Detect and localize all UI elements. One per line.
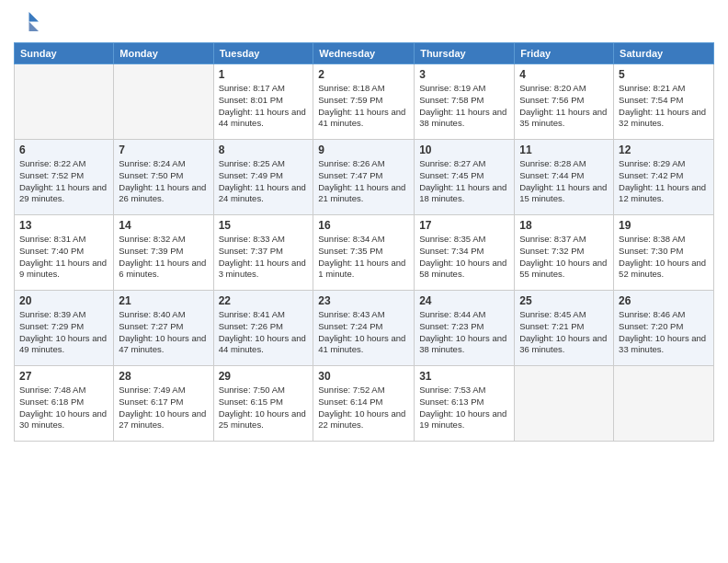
day-info: Sunrise: 8:38 AMSunset: 7:30 PMDaylight:… xyxy=(619,234,709,281)
svg-marker-1 xyxy=(29,22,40,32)
weekday-header-sunday: Sunday xyxy=(15,43,114,64)
day-info: Sunrise: 7:52 AMSunset: 6:14 PMDaylight:… xyxy=(318,385,409,431)
day-info: Sunrise: 7:48 AMSunset: 6:18 PMDaylight:… xyxy=(19,385,108,431)
calendar-week-3: 13Sunrise: 8:31 AMSunset: 7:40 PMDayligh… xyxy=(15,215,714,291)
day-number: 4 xyxy=(519,68,609,81)
day-number: 21 xyxy=(119,294,208,307)
header xyxy=(14,9,714,37)
day-info: Sunrise: 8:19 AMSunset: 7:58 PMDaylight:… xyxy=(419,83,509,130)
day-number: 25 xyxy=(519,294,609,307)
day-number: 28 xyxy=(119,370,208,383)
svg-marker-0 xyxy=(29,12,40,22)
calendar-week-4: 20Sunrise: 8:39 AMSunset: 7:29 PMDayligh… xyxy=(15,291,714,366)
day-number: 17 xyxy=(419,219,509,232)
day-number: 22 xyxy=(219,294,309,307)
calendar-table: SundayMondayTuesdayWednesdayThursdayFrid… xyxy=(14,42,714,442)
day-info: Sunrise: 8:39 AMSunset: 7:29 PMDaylight:… xyxy=(19,309,108,356)
calendar-cell: 2Sunrise: 8:18 AMSunset: 7:59 PMDaylight… xyxy=(313,64,415,140)
day-info: Sunrise: 8:20 AMSunset: 7:56 PMDaylight:… xyxy=(519,83,609,130)
day-number: 6 xyxy=(19,144,108,156)
day-info: Sunrise: 8:28 AMSunset: 7:44 PMDaylight:… xyxy=(519,158,609,205)
calendar-cell: 23Sunrise: 8:43 AMSunset: 7:24 PMDayligh… xyxy=(313,291,415,366)
day-number: 9 xyxy=(318,144,409,156)
day-info: Sunrise: 8:33 AMSunset: 7:37 PMDaylight:… xyxy=(219,234,309,281)
weekday-header-monday: Monday xyxy=(114,43,213,64)
calendar-cell: 4Sunrise: 8:20 AMSunset: 7:56 PMDaylight… xyxy=(515,64,614,140)
weekday-header-row: SundayMondayTuesdayWednesdayThursdayFrid… xyxy=(15,43,714,64)
day-info: Sunrise: 8:40 AMSunset: 7:27 PMDaylight:… xyxy=(119,309,208,356)
calendar-cell: 25Sunrise: 8:45 AMSunset: 7:21 PMDayligh… xyxy=(515,291,614,366)
day-info: Sunrise: 8:41 AMSunset: 7:26 PMDaylight:… xyxy=(219,309,309,356)
day-number: 19 xyxy=(619,219,709,232)
calendar-cell: 19Sunrise: 8:38 AMSunset: 7:30 PMDayligh… xyxy=(614,215,714,291)
day-number: 20 xyxy=(19,294,108,307)
day-number: 26 xyxy=(619,294,709,307)
day-number: 31 xyxy=(419,370,509,383)
day-info: Sunrise: 7:50 AMSunset: 6:15 PMDaylight:… xyxy=(219,385,309,431)
calendar-cell: 12Sunrise: 8:29 AMSunset: 7:42 PMDayligh… xyxy=(614,140,714,215)
calendar-cell: 8Sunrise: 8:25 AMSunset: 7:49 PMDaylight… xyxy=(213,140,313,215)
day-info: Sunrise: 8:31 AMSunset: 7:40 PMDaylight:… xyxy=(19,234,108,281)
calendar-cell: 11Sunrise: 8:28 AMSunset: 7:44 PMDayligh… xyxy=(515,140,614,215)
day-number: 24 xyxy=(419,294,509,307)
calendar-cell: 3Sunrise: 8:19 AMSunset: 7:58 PMDaylight… xyxy=(415,64,515,140)
calendar-cell: 9Sunrise: 8:26 AMSunset: 7:47 PMDaylight… xyxy=(313,140,415,215)
day-number: 7 xyxy=(119,144,208,156)
calendar-cell: 30Sunrise: 7:52 AMSunset: 6:14 PMDayligh… xyxy=(313,366,415,442)
day-info: Sunrise: 8:29 AMSunset: 7:42 PMDaylight:… xyxy=(619,158,709,205)
weekday-header-wednesday: Wednesday xyxy=(313,43,415,64)
calendar-cell: 14Sunrise: 8:32 AMSunset: 7:39 PMDayligh… xyxy=(114,215,213,291)
calendar-cell: 27Sunrise: 7:48 AMSunset: 6:18 PMDayligh… xyxy=(15,366,114,442)
day-number: 18 xyxy=(519,219,609,232)
weekday-header-tuesday: Tuesday xyxy=(213,43,313,64)
page: SundayMondayTuesdayWednesdayThursdayFrid… xyxy=(0,0,728,563)
day-number: 23 xyxy=(318,294,409,307)
calendar-cell: 31Sunrise: 7:53 AMSunset: 6:13 PMDayligh… xyxy=(415,366,515,442)
calendar-cell xyxy=(614,366,714,442)
day-number: 11 xyxy=(519,144,609,156)
calendar-cell: 15Sunrise: 8:33 AMSunset: 7:37 PMDayligh… xyxy=(213,215,313,291)
day-info: Sunrise: 7:53 AMSunset: 6:13 PMDaylight:… xyxy=(419,385,509,431)
calendar-cell xyxy=(515,366,614,442)
day-number: 16 xyxy=(318,219,409,232)
logo xyxy=(14,9,45,37)
day-number: 27 xyxy=(19,370,108,383)
day-number: 12 xyxy=(619,144,709,156)
day-number: 2 xyxy=(318,68,409,81)
day-info: Sunrise: 8:27 AMSunset: 7:45 PMDaylight:… xyxy=(419,158,509,205)
day-number: 30 xyxy=(318,370,409,383)
day-number: 1 xyxy=(219,68,309,81)
day-number: 10 xyxy=(419,144,509,156)
day-info: Sunrise: 8:22 AMSunset: 7:52 PMDaylight:… xyxy=(19,158,108,205)
calendar-cell: 24Sunrise: 8:44 AMSunset: 7:23 PMDayligh… xyxy=(415,291,515,366)
day-number: 5 xyxy=(619,68,709,81)
day-info: Sunrise: 8:45 AMSunset: 7:21 PMDaylight:… xyxy=(519,309,609,356)
calendar-cell: 20Sunrise: 8:39 AMSunset: 7:29 PMDayligh… xyxy=(15,291,114,366)
day-info: Sunrise: 8:26 AMSunset: 7:47 PMDaylight:… xyxy=(318,158,409,205)
day-info: Sunrise: 8:37 AMSunset: 7:32 PMDaylight:… xyxy=(519,234,609,281)
calendar-cell: 10Sunrise: 8:27 AMSunset: 7:45 PMDayligh… xyxy=(415,140,515,215)
day-number: 29 xyxy=(219,370,309,383)
calendar-week-1: 1Sunrise: 8:17 AMSunset: 8:01 PMDaylight… xyxy=(15,64,714,140)
day-info: Sunrise: 8:46 AMSunset: 7:20 PMDaylight:… xyxy=(619,309,709,356)
weekday-header-saturday: Saturday xyxy=(614,43,714,64)
calendar-week-2: 6Sunrise: 8:22 AMSunset: 7:52 PMDaylight… xyxy=(15,140,714,215)
calendar-cell: 5Sunrise: 8:21 AMSunset: 7:54 PMDaylight… xyxy=(614,64,714,140)
calendar-cell: 6Sunrise: 8:22 AMSunset: 7:52 PMDaylight… xyxy=(15,140,114,215)
day-info: Sunrise: 8:43 AMSunset: 7:24 PMDaylight:… xyxy=(318,309,409,356)
day-number: 15 xyxy=(219,219,309,232)
day-info: Sunrise: 8:18 AMSunset: 7:59 PMDaylight:… xyxy=(318,83,409,130)
weekday-header-friday: Friday xyxy=(515,43,614,64)
day-info: Sunrise: 8:34 AMSunset: 7:35 PMDaylight:… xyxy=(318,234,409,281)
day-info: Sunrise: 7:49 AMSunset: 6:17 PMDaylight:… xyxy=(119,385,208,431)
day-info: Sunrise: 8:25 AMSunset: 7:49 PMDaylight:… xyxy=(219,158,309,205)
weekday-header-thursday: Thursday xyxy=(415,43,515,64)
calendar-cell: 13Sunrise: 8:31 AMSunset: 7:40 PMDayligh… xyxy=(15,215,114,291)
calendar-cell: 21Sunrise: 8:40 AMSunset: 7:27 PMDayligh… xyxy=(114,291,213,366)
calendar-week-5: 27Sunrise: 7:48 AMSunset: 6:18 PMDayligh… xyxy=(15,366,714,442)
calendar-cell: 16Sunrise: 8:34 AMSunset: 7:35 PMDayligh… xyxy=(313,215,415,291)
day-info: Sunrise: 8:35 AMSunset: 7:34 PMDaylight:… xyxy=(419,234,509,281)
day-number: 3 xyxy=(419,68,509,81)
calendar-cell: 26Sunrise: 8:46 AMSunset: 7:20 PMDayligh… xyxy=(614,291,714,366)
day-info: Sunrise: 8:24 AMSunset: 7:50 PMDaylight:… xyxy=(119,158,208,205)
